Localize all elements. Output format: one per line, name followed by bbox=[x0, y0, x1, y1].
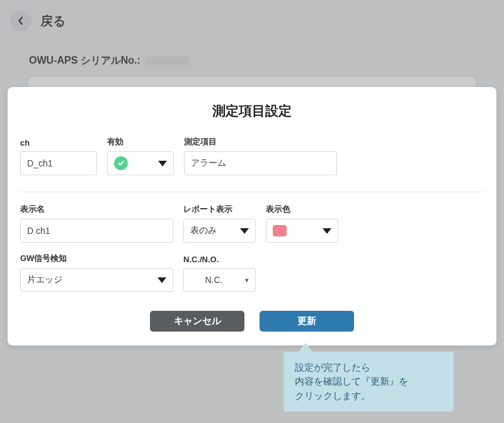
nc-no-select-native[interactable]: N.C. bbox=[190, 269, 249, 291]
caret-down-icon bbox=[158, 277, 166, 283]
enabled-select[interactable] bbox=[107, 151, 174, 175]
display-name-input[interactable]: D ch1 bbox=[20, 219, 173, 243]
label-report-display: レポート表示 bbox=[183, 204, 256, 215]
label-enabled: 有効 bbox=[107, 136, 174, 148]
caret-down-icon bbox=[323, 228, 331, 234]
check-circle-icon bbox=[114, 156, 128, 170]
divider bbox=[20, 192, 484, 192]
nc-no-select[interactable]: N.C. ▾ bbox=[183, 268, 256, 292]
settings-modal: 測定項目設定 ch D_ch1 有効 測定項目 アラーム 表示名 D ch1 レ bbox=[8, 87, 496, 345]
caret-down-icon bbox=[158, 161, 167, 166]
gw-signal-select[interactable]: 片エッジ bbox=[20, 268, 173, 292]
ch-input[interactable]: D_ch1 bbox=[20, 151, 97, 175]
tooltip-callout: 設定が完了したら 内容を確認して『更新』を クリックします。 bbox=[284, 352, 454, 412]
label-item: 測定項目 bbox=[184, 136, 337, 148]
label-nc-no: N.C./N.O. bbox=[183, 255, 256, 264]
color-swatch bbox=[273, 225, 287, 236]
caret-down-icon bbox=[240, 228, 249, 234]
report-display-select[interactable]: 表のみ bbox=[183, 219, 256, 243]
item-input[interactable]: アラーム bbox=[184, 151, 337, 175]
label-display-name: 表示名 bbox=[20, 204, 173, 215]
cancel-button[interactable]: キャンセル bbox=[150, 311, 244, 332]
label-ch: ch bbox=[20, 138, 97, 148]
modal-title: 測定項目設定 bbox=[20, 102, 484, 120]
callout-line-2: 内容を確認して『更新』を bbox=[295, 374, 442, 388]
callout-line-1: 設定が完了したら bbox=[295, 361, 442, 374]
submit-button[interactable]: 更新 bbox=[260, 311, 354, 332]
tooltip-arrow-icon bbox=[299, 343, 312, 352]
label-display-color: 表示色 bbox=[266, 204, 338, 215]
display-color-select[interactable] bbox=[266, 219, 338, 243]
label-gw-signal: GW信号検知 bbox=[20, 253, 173, 264]
callout-line-3: クリックします。 bbox=[295, 389, 442, 403]
